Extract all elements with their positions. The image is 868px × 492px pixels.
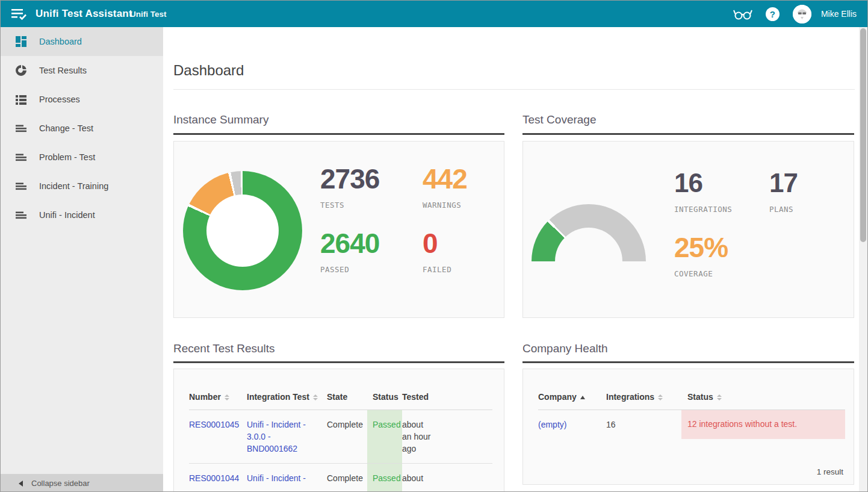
dashboard-icon: [15, 36, 27, 48]
stat-plans-value: 17: [769, 167, 798, 199]
instance-summary-rule: [173, 133, 504, 135]
result-count: 1 result: [817, 467, 843, 476]
sidebar-item-test-results[interactable]: Test Results: [1, 56, 163, 85]
column-header-integration-test[interactable]: Integration Test: [247, 392, 327, 410]
app-window: Unifi Test Assistant Unifi Test ?: [0, 0, 868, 492]
company-health-rule: [522, 361, 854, 363]
stat-failed: 0 FAILED: [423, 228, 451, 274]
sort-icon: [717, 394, 722, 400]
company-link[interactable]: (empty): [538, 420, 566, 429]
lines-icon: [15, 209, 27, 221]
top-header-bar: Unifi Test Assistant Unifi Test ?: [1, 1, 867, 27]
sort-icon: [225, 394, 229, 400]
sort-asc-icon: [580, 396, 585, 399]
table-row: RES0001044 Unifi - Incident - Complete P…: [189, 464, 492, 492]
stat-passed: 2640 PASSED: [320, 228, 379, 274]
collapse-sidebar-label: Collapse sidebar: [31, 479, 90, 488]
sidebar-item-dashboard[interactable]: Dashboard: [1, 27, 163, 56]
collapse-arrow-icon: [19, 481, 23, 487]
stat-integrations-value: 16: [674, 167, 732, 199]
avatar[interactable]: [793, 5, 811, 23]
sidebar-item-label: Change - Test: [39, 123, 93, 133]
sidebar-item-label: Incident - Training: [39, 181, 108, 191]
instance-summary-title: Instance Summary: [173, 113, 504, 126]
company-health-table: Company Integrations Status (empty) 16 1…: [538, 392, 845, 439]
sidebar-item-change-test[interactable]: Change - Test: [1, 114, 163, 143]
instance-summary-card: 2736 TESTS 442 WARNINGS 2640 PASSED 0 FA…: [173, 141, 504, 318]
stat-warnings-value: 442: [423, 163, 467, 195]
page-title: Dashboard: [173, 62, 244, 79]
lines-icon: [15, 151, 27, 163]
app-subtitle: Unifi Test: [130, 1, 167, 28]
recent-test-results-card: Number Integration Test State Status Tes…: [173, 369, 504, 492]
column-header-integrations[interactable]: Integrations: [606, 392, 681, 410]
collapse-sidebar-button[interactable]: Collapse sidebar: [1, 474, 163, 492]
main-content: Dashboard Instance Summary 2736 TESTS 44…: [163, 27, 860, 492]
column-header-status[interactable]: Status: [681, 392, 845, 410]
tested-cell: about: [402, 464, 437, 492]
sidebar-item-problem-test[interactable]: Problem - Test: [1, 143, 163, 172]
stat-coverage-label: COVERAGE: [674, 269, 728, 278]
state-cell: Complete: [327, 464, 367, 492]
table-row: (empty) 16 12 integrations without a tes…: [538, 410, 845, 440]
tested-cell: about an hour ago: [402, 410, 437, 464]
list-icon: [15, 93, 27, 105]
stat-passed-value: 2640: [320, 228, 379, 259]
stat-coverage: 25% COVERAGE: [674, 232, 728, 278]
integrations-cell: 16: [606, 410, 681, 440]
health-alert-badge: 12 integrations without a test.: [681, 410, 845, 440]
page-divider: [173, 89, 855, 90]
help-icon[interactable]: ?: [766, 7, 780, 21]
state-cell: Complete: [327, 410, 367, 464]
main-scrollbar-track[interactable]: [859, 27, 867, 492]
sidebar-item-label: Unifi - Incident: [39, 210, 95, 220]
stat-warnings-label: WARNINGS: [423, 201, 467, 210]
main-scrollbar-thumb[interactable]: [860, 28, 866, 242]
lines-icon: [15, 122, 27, 134]
stat-tests: 2736 TESTS: [320, 163, 379, 210]
glasses-icon[interactable]: [733, 7, 752, 21]
stat-warnings: 442 WARNINGS: [423, 163, 467, 210]
sidebar-item-incident-training[interactable]: Incident - Training: [1, 172, 163, 201]
test-coverage-card: 16 INTEGRATIONS 17 PLANS 25% COVERAGE: [522, 141, 854, 318]
stat-tests-label: TESTS: [320, 201, 379, 210]
sidebar-item-label: Problem - Test: [39, 152, 95, 162]
sidebar: Dashboard Test Results Processes: [1, 27, 163, 492]
integration-test-link[interactable]: Unifi - Incident - 3.0.0 - BND0001662: [247, 420, 306, 453]
user-name[interactable]: Mike Ellis: [821, 9, 857, 19]
pie-chart-icon: [15, 64, 27, 76]
integration-test-link[interactable]: Unifi - Incident -: [247, 473, 306, 483]
stat-plans-label: PLANS: [769, 205, 798, 214]
recent-test-results-title: Recent Test Results: [173, 342, 504, 355]
instance-summary-donut-chart: [183, 171, 302, 290]
stat-failed-label: FAILED: [423, 265, 451, 274]
column-header-state[interactable]: State: [327, 392, 367, 410]
result-number-link[interactable]: RES0001044: [189, 473, 239, 483]
test-coverage-rule: [522, 133, 854, 135]
column-header-tested[interactable]: Tested: [402, 392, 437, 410]
lines-icon: [15, 180, 27, 192]
recent-test-results-rule: [173, 361, 504, 363]
sort-icon: [313, 394, 318, 400]
stat-integrations: 16 INTEGRATIONS: [674, 167, 732, 214]
status-badge: Passed: [367, 464, 402, 492]
column-header-number[interactable]: Number: [189, 392, 247, 410]
sidebar-item-label: Dashboard: [39, 37, 82, 46]
column-header-status[interactable]: Status: [367, 392, 402, 410]
sidebar-item-processes[interactable]: Processes: [1, 85, 163, 114]
menu-toggle-icon[interactable]: [11, 7, 27, 21]
column-header-company[interactable]: Company: [538, 392, 606, 410]
status-badge: Passed: [367, 410, 402, 464]
test-coverage-title: Test Coverage: [522, 113, 854, 126]
test-coverage-gauge-chart: [532, 204, 646, 261]
sort-icon: [658, 394, 663, 400]
stat-failed-value: 0: [423, 228, 451, 259]
stat-plans: 17 PLANS: [769, 167, 798, 214]
result-number-link[interactable]: RES0001045: [189, 420, 239, 429]
stat-tests-value: 2736: [320, 163, 379, 195]
sidebar-item-label: Processes: [39, 95, 80, 104]
sidebar-item-unifi-incident[interactable]: Unifi - Incident: [1, 201, 163, 229]
table-row: RES0001045 Unifi - Incident - 3.0.0 - BN…: [189, 410, 492, 464]
sidebar-item-label: Test Results: [39, 66, 87, 75]
table-header-row: Company Integrations Status: [538, 392, 845, 410]
